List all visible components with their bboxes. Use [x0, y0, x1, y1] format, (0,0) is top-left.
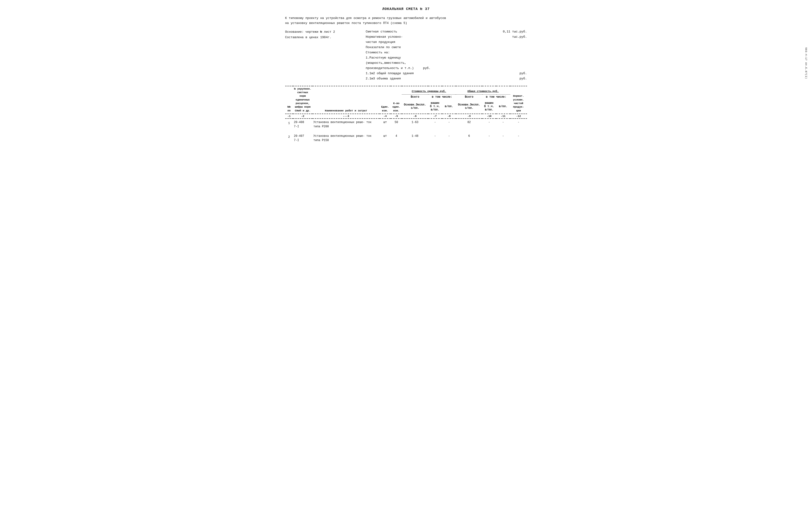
th-norm-prod: Нормат.условн.чистойпродук-ции [510, 86, 527, 114]
page-title: ЛОКАЛЬНАЯ СМЕТА № 37 [285, 7, 527, 11]
cell-cost-expl: - [442, 132, 456, 144]
raschetnaya-row: 1.Расчотную единицу (мощность,вместимост… [366, 55, 527, 71]
intro-line2: на установку вентиляционных решеток пост… [285, 21, 527, 26]
th-total-osn: Основн.Экспл.з/пл. [456, 99, 482, 114]
cell-name: Установка вентиляционных реше- ток типа … [313, 132, 380, 144]
table-row: 2 20-407 7-I Установка вентиляционных ре… [285, 132, 527, 144]
col-num-6: -6 [402, 114, 428, 118]
col-num-12: -12 [510, 114, 527, 118]
cell-unit: шт [380, 132, 391, 144]
cell-total-osn: - [482, 132, 496, 144]
cell-norm-prod: - [510, 118, 527, 130]
th-cost-mash: машинб т.ч.в/пл. [428, 99, 442, 114]
normativ-row: Нормативная условно- чистая продукция ты… [366, 34, 527, 45]
cell-name: Установка вентиляционных реше- ток типа … [313, 118, 380, 130]
table-header-row: №№пп № укрупнен.сметных нормединичныхрас… [285, 86, 527, 95]
m3-row: 2.1м3 объема здания руб. [366, 76, 527, 81]
table-row: 1 20-408 7-I Установка вентиляционных ре… [285, 118, 527, 130]
main-table: №№пп № укрупнен.сметных нормединичныхрас… [285, 86, 527, 144]
th-name: Наименование работ и затрат [313, 86, 380, 114]
table-col-numbers: -1 -2 ---3 -4 -5 -6 -7 -8 -9 -10 -11 -12 [285, 114, 527, 118]
th-total-header: Общая стоимость,руб. [456, 86, 510, 95]
th-norm: № укрупнен.сметных нормединичныхрасценок… [293, 86, 313, 114]
th-cost-osn: Основн.Экспл.з/пл. [402, 99, 428, 114]
intro-line1: К типовому проекту на устройства для осм… [285, 16, 527, 21]
table-body: 1 20-408 7-I Установка вентиляционных ре… [285, 118, 527, 144]
smetnaya-value: 0,11 тыс.руб. [498, 29, 527, 34]
pokazateli-row: Показатели по смете [366, 45, 527, 50]
cell-num: 2 [285, 132, 293, 144]
meta-section: Основание: чертежи № лист 2 Составлена в… [285, 29, 527, 82]
cell-cost-osn: - [428, 118, 442, 130]
meta-right: Сметная стоимость 0,11 тыс.руб. Норматив… [366, 29, 527, 82]
cell-norm-prod: - [510, 132, 527, 144]
cell-num: 1 [285, 118, 293, 130]
cell-total: 6 [456, 132, 482, 144]
m2-label: 1.1м2 общей площади здания [366, 71, 498, 76]
th-total-placeholder: в/пл. [496, 99, 510, 114]
meta-left: Основание: чертежи № лист 2 Составлена в… [285, 29, 361, 82]
th-total-vtomchisle: в том числе: [482, 95, 510, 99]
cell-cost-expl: - [442, 118, 456, 130]
m3-label: 2.1м3 объема здания [366, 76, 498, 81]
cell-norm: 20-408 7-I [293, 118, 313, 130]
smetnaya-row: Сметная стоимость 0,11 тыс.руб. [366, 29, 527, 34]
th-cost-header: Стоимость единицы,руб. [402, 86, 456, 95]
cell-total-expl: - [496, 132, 510, 144]
col-num-9: -9 [456, 114, 482, 118]
stoimost-row: Стоимость на: [366, 50, 527, 55]
col-num-5: -5 [391, 114, 402, 118]
th-unit: Един.изм. [380, 86, 391, 114]
col-num-2: -2 [293, 114, 313, 118]
cell-cost-osn: - [428, 132, 442, 144]
th-total-mash: машинб т.ч.в/пл. [482, 99, 496, 114]
intro-text: К типовому проекту на устройства для осм… [285, 16, 527, 26]
col-num-1: -1 [285, 114, 293, 118]
cell-total-expl: - [496, 118, 510, 130]
col-num-8: -8 [442, 114, 456, 118]
col-num-4: -4 [380, 114, 391, 118]
cell-norm: 20-407 7-I [293, 132, 313, 144]
sostavlena-label: Составлена в ценах 1984г. [285, 34, 361, 40]
cell-price: 1-48 [402, 132, 428, 144]
col-num-7: -7 [428, 114, 442, 118]
normativ-value: тыс.руб. [498, 34, 527, 45]
smetnaya-label: Сметная стоимость [366, 29, 498, 34]
col-num-11: -11 [496, 114, 510, 118]
m3-value: руб. [498, 76, 527, 81]
cell-total-osn: - [482, 118, 496, 130]
th-cost-placeholder: в/пл. [442, 99, 456, 114]
col-num-10: -10 [482, 114, 496, 118]
th-total-vsego: Всего [456, 95, 482, 99]
cell-total: 82 [456, 118, 482, 130]
th-num: №№пп [285, 86, 293, 114]
page-wrapper: 503-4-17 Ал.Е.87(I) ЛОКАЛЬНАЯ СМЕТА № 37… [285, 7, 527, 144]
col-num-3: ---3 [313, 114, 380, 118]
m2-value: руб. [498, 71, 527, 76]
cell-price: 1-63 [402, 118, 428, 130]
cell-unit: шт [380, 118, 391, 130]
th-qty: К-воедин.изм. [391, 86, 402, 114]
osnov-label: Основание: чертежи № лист 2 [285, 29, 361, 34]
normativ-label: Нормативная условно- чистая продукция [366, 34, 498, 45]
m2-row: 1.1м2 общей площади здания руб. [366, 71, 527, 76]
cell-qty: 4 [391, 132, 402, 144]
th-cost-vsego: Всего [402, 95, 428, 99]
th-cost-vtomchisle: в том числе: [428, 95, 456, 99]
cell-qty: 50 [391, 118, 402, 130]
